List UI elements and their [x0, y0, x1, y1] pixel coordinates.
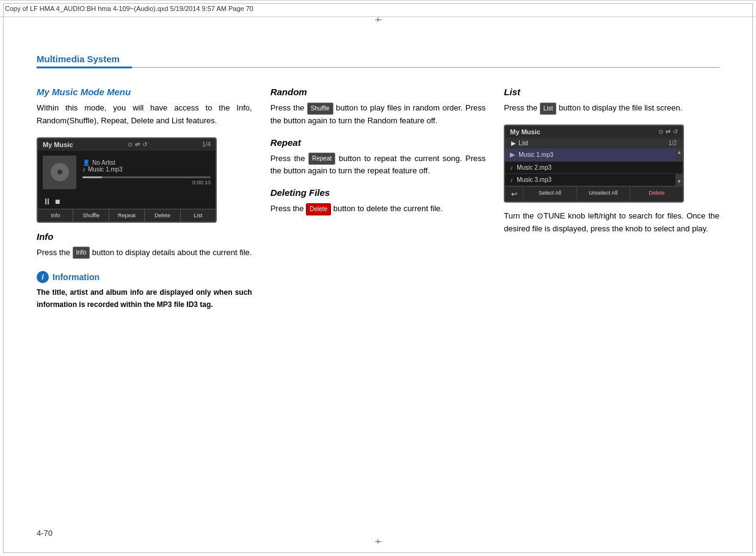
delete-heading: Deleting Files	[271, 187, 486, 198]
col-right: List Press the List button to display th…	[504, 87, 719, 311]
info-box-text: The title, artist and album info are dis…	[37, 287, 252, 310]
music-icon-2: ♪	[510, 164, 513, 171]
random-body: Press the Shuffle button to play files i…	[271, 102, 486, 128]
list-item-1: ▶ Music 1.mp3 ▲	[505, 148, 683, 162]
scroll-down-icon: ▼	[677, 179, 681, 184]
list-circle-icon: ⊙	[658, 128, 663, 135]
list-tab-label: ▶ List	[511, 140, 528, 146]
info-subsection: Info Press the Info button to display de…	[37, 231, 252, 259]
progress-fill	[82, 176, 102, 178]
repeat-body: Press the Repeat button to repeat the cu…	[271, 153, 486, 178]
list-item-text-3: Music 3.mp3	[517, 176, 678, 183]
my-music-screen: My Music ⊙ ⇄ ↺ 1/4 👤 No Artist	[37, 137, 217, 223]
select-all-btn: Select All	[523, 187, 576, 201]
list-action-row: ↩ Select All Unselect All Delete	[505, 186, 683, 201]
bottom-crosshair	[378, 539, 379, 544]
music-icon-3: ♪	[510, 176, 513, 183]
my-music-heading: My Music Mode Menu	[37, 87, 252, 97]
stop-btn: ■	[55, 197, 60, 206]
footer: 4-70	[37, 529, 53, 538]
pause-btn: ⏸	[43, 197, 51, 206]
list-repeat-icon: ↺	[673, 128, 678, 135]
list-screen-icons: ⊙ ⇄ ↺	[658, 128, 678, 135]
arrow-icon: ⇄	[135, 141, 140, 148]
screen-btn-info: Info	[38, 209, 73, 222]
my-music-section: My Music Mode Menu Within this mode, you…	[37, 87, 252, 128]
circle-icon: ⊙	[128, 141, 133, 148]
random-heading: Random	[271, 87, 486, 97]
list-back-btn: ↩	[505, 187, 523, 201]
album-art-disc	[51, 163, 69, 181]
list-screen: My Music ⊙ ⇄ ↺ ▶ List 1/2 ▶ Music 1.mp3	[504, 125, 684, 203]
section-title-bar: Multimedia System	[37, 54, 719, 68]
list-arrow-icon: ⇄	[666, 128, 671, 135]
screen-btn-list: List	[181, 209, 216, 222]
header-text: Copy of LF HMA 4_AUDIO:BH hma 4-109~(Aud…	[5, 5, 253, 12]
list-item-text-1: Music 1.mp3	[518, 151, 678, 158]
screen-top-bar: My Music ⊙ ⇄ ↺ 1/4	[38, 139, 216, 151]
music-icon: ♪	[82, 166, 85, 173]
album-art	[43, 156, 76, 189]
delete-section: Deleting Files Press the Delete button t…	[271, 187, 486, 215]
delete-body: Press the Delete button to delete the cu…	[271, 203, 486, 215]
repeat-icon: ↺	[142, 141, 147, 148]
page-header: Copy of LF HMA 4_AUDIO:BH hma 4-109~(Aud…	[0, 0, 756, 17]
info-heading: Info	[37, 231, 252, 242]
album-art-center	[57, 170, 62, 175]
main-content: My Music Mode Menu Within this mode, you…	[0, 68, 756, 329]
list-items-wrap: ▶ Music 1.mp3 ▲ ♪ Music 2.mp3 ♪ Music 3.…	[505, 148, 683, 186]
delete-btn: Delete	[630, 187, 683, 201]
scroll-up-icon: ▲	[677, 150, 681, 155]
screen-content: 👤 No Artist ♪ Music 1.mp3 0:00:10	[38, 151, 216, 194]
screen-page: 1/4	[202, 141, 211, 148]
random-section: Random Press the Shuffle button to play …	[271, 87, 486, 128]
list-body: Press the List button to display the fil…	[504, 102, 719, 115]
list-section: List Press the List button to display th…	[504, 87, 719, 115]
time-display: 0:00:10	[82, 179, 211, 186]
list-page-num: 1/2	[668, 140, 677, 146]
screen-buttons-row: Info Shuffle Repeat Delete List	[38, 209, 216, 222]
scroll-down-area: ▼	[675, 174, 683, 186]
col-left: My Music Mode Menu Within this mode, you…	[37, 87, 252, 311]
list-item-3: ♪ Music 3.mp3 ▼	[505, 174, 683, 186]
page-number: 4-70	[37, 529, 53, 538]
list-screen-top: My Music ⊙ ⇄ ↺	[505, 126, 683, 138]
info-box-title: Information	[53, 272, 100, 282]
track-name: ♪ Music 1.mp3	[82, 166, 211, 173]
screen-btn-delete: Delete	[145, 209, 180, 222]
play-icon-1: ▶	[510, 151, 515, 159]
info-inline-btn: Info	[73, 247, 90, 259]
list-inline-btn: List	[540, 103, 557, 115]
list-screen-title: My Music	[510, 128, 540, 135]
list-heading: List	[504, 87, 719, 97]
screen-btn-shuffle: Shuffle	[73, 209, 109, 222]
section-title: Multimedia System	[37, 54, 132, 68]
list-tab: ▶ List 1/2	[505, 138, 683, 148]
person-icon: 👤	[82, 159, 90, 166]
col-middle: Random Press the Shuffle button to play …	[271, 87, 486, 311]
track-info: 👤 No Artist ♪ Music 1.mp3 0:00:10	[82, 159, 211, 186]
list-item-2: ♪ Music 2.mp3	[505, 162, 683, 174]
repeat-heading: Repeat	[271, 137, 486, 148]
screen-btn-repeat: Repeat	[109, 209, 145, 222]
shuffle-inline-btn: Shuffle	[307, 103, 333, 115]
track-artist: 👤 No Artist	[82, 159, 211, 166]
info-box-header: i Information	[37, 271, 252, 283]
section-header: Multimedia System	[0, 17, 756, 68]
list-tab-icon: ▶	[511, 140, 516, 146]
info-circle-icon: i	[37, 271, 49, 283]
delete-inline-btn: Delete	[306, 203, 331, 215]
list-item-text-2: Music 2.mp3	[517, 164, 678, 171]
screen-title: My Music	[43, 141, 73, 148]
repeat-inline-btn: Repeat	[308, 153, 335, 165]
screen-icons: ⊙ ⇄ ↺	[128, 141, 147, 148]
section-title-line	[132, 67, 719, 68]
information-box: i Information The title, artist and albu…	[37, 271, 252, 310]
top-crosshair	[378, 17, 379, 22]
unselect-all-btn: Unselect All	[577, 187, 630, 201]
tune-text: Turn the ⊙TUNE knob left/right to search…	[504, 210, 719, 236]
scroll-area: ▲	[675, 148, 683, 161]
progress-bar	[82, 176, 211, 178]
my-music-intro: Within this mode, you will have access t…	[37, 102, 252, 128]
repeat-section: Repeat Press the Repeat button to repeat…	[271, 137, 486, 178]
